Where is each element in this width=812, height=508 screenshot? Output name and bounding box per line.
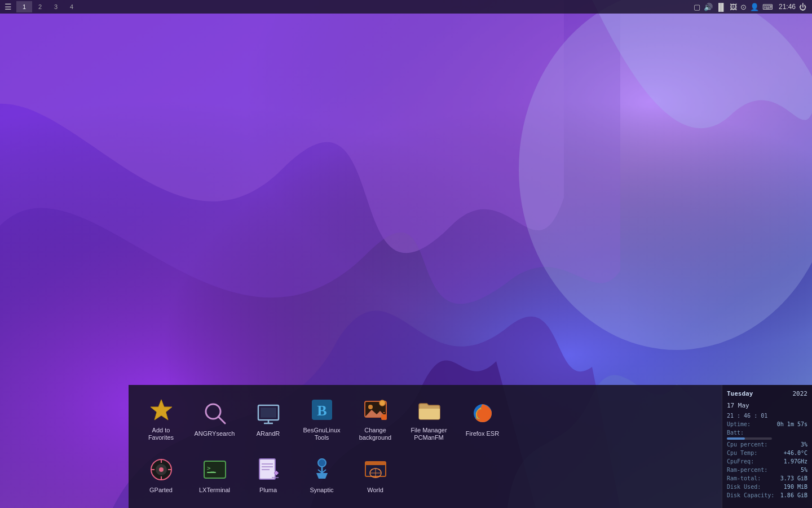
sysinfo-cpu-freq-row: CpuFreq: 1.97GHz xyxy=(727,457,807,466)
workspace-1[interactable]: 1 xyxy=(16,1,32,12)
sysinfo-cpu-temp-row: Cpu Temp: +46.0°C xyxy=(727,449,807,457)
app-pluma[interactable]: Pluma xyxy=(241,447,295,503)
app-icon-arandr xyxy=(255,400,282,427)
app-file-manager[interactable]: File ManagerPCManFM xyxy=(402,391,456,447)
sysinfo-cpu-freq-label: CpuFreq: xyxy=(727,457,754,466)
sysinfo-ram-total-label: Ram-total: xyxy=(727,474,761,483)
photo-icon[interactable]: 🖼 xyxy=(730,3,737,11)
svg-point-36 xyxy=(318,459,326,467)
workspace-buttons: 1 2 3 4 xyxy=(16,1,80,12)
app-icon-lxterminal: >_ xyxy=(201,456,228,483)
sysinfo-disk-used-label: Disk Used: xyxy=(727,483,761,491)
panel-right: ▢ 🔊 ▐▌ 🖼 ⊙ 👤 ⌨ 21:46 ⏻ xyxy=(694,3,812,11)
svg-line-7 xyxy=(218,417,225,423)
app-gparted[interactable]: GParted xyxy=(134,447,188,503)
sysinfo-uptime-label: Uptime: xyxy=(727,420,751,428)
record-icon[interactable]: ⊙ xyxy=(740,3,747,11)
app-label-world: World xyxy=(367,487,383,494)
panel-left: ☰ 1 2 3 4 xyxy=(0,1,80,12)
sysinfo-ram-percent-row: Ram-percent: 5% xyxy=(727,466,807,474)
sysinfo-cpu-temp-val: +46.0°C xyxy=(784,449,807,457)
taskbar: Add toFavorites ANGRYsearch xyxy=(129,385,812,508)
user-icon[interactable]: 👤 xyxy=(750,3,759,11)
keyboard-icon[interactable]: ⌨ xyxy=(762,3,773,11)
sysinfo-batt-bar xyxy=(727,437,745,440)
sysinfo-batt-row: Batt: xyxy=(727,428,807,437)
svg-text:>_: >_ xyxy=(207,465,215,472)
sysinfo-batt-bar-container xyxy=(727,437,772,440)
app-label-lxterminal: LXTerminal xyxy=(199,487,230,494)
workspace-4[interactable]: 4 xyxy=(64,1,80,12)
sysinfo-disk-used-row: Disk Used: 190 MiB xyxy=(727,483,807,491)
app-lxterminal[interactable]: >_ LXTerminal xyxy=(188,447,241,503)
sysinfo-disk-used-val: 190 MiB xyxy=(784,483,807,491)
app-arandr[interactable]: ARandR xyxy=(241,391,295,447)
clock: 21:46 xyxy=(779,3,796,11)
app-label-pluma: Pluma xyxy=(259,487,277,494)
svg-rect-38 xyxy=(365,462,386,465)
svg-rect-31 xyxy=(259,459,275,479)
sysinfo-uptime-row: Uptime: 0h 1m 57s xyxy=(727,420,807,428)
sysinfo-ram-total-row: Ram-total: 3.73 GiB xyxy=(727,474,807,483)
power-icon[interactable]: ⏻ xyxy=(799,3,806,11)
app-add-to-favorites[interactable]: Add toFavorites xyxy=(134,391,188,447)
app-icon-star xyxy=(148,396,175,423)
app-icon-gparted xyxy=(148,456,175,483)
sysinfo-cpu-temp-label: Cpu Temp: xyxy=(727,449,757,457)
app-angrysearch[interactable]: ANGRYsearch xyxy=(188,391,241,447)
app-icon-angrysearch xyxy=(201,400,228,427)
app-label-arandr: ARandR xyxy=(257,430,280,437)
workspace-3[interactable]: 3 xyxy=(48,1,64,12)
app-label-gparted: GParted xyxy=(149,487,173,494)
app-icon-firefox xyxy=(469,400,496,427)
app-synaptic[interactable]: Synaptic xyxy=(295,447,348,503)
menu-icon[interactable]: ☰ xyxy=(5,2,12,11)
sysinfo-cpu-freq-val: 1.97GHz xyxy=(784,457,807,466)
app-icon-pluma xyxy=(255,456,282,483)
app-icon-besgnulinux: B xyxy=(308,396,336,423)
sysinfo-time: 21 : 46 : 01 xyxy=(727,411,807,420)
sysinfo-disk-capacity-label: Disk Capacity: xyxy=(727,491,774,500)
app-icon-file-manager xyxy=(416,396,443,423)
sysinfo-cpu-percent-val: 3% xyxy=(801,440,807,449)
bars-icon[interactable]: ▐▌ xyxy=(716,3,726,11)
volume-icon[interactable]: 🔊 xyxy=(704,3,713,11)
app-icon-synaptic xyxy=(308,456,336,483)
sysinfo-cpu-percent-label: Cpu percent: xyxy=(727,440,767,449)
system-info-widget: Tuesday 2022 17 May 21 : 46 : 01 Uptime:… xyxy=(722,385,812,508)
sysinfo-batt-label: Batt: xyxy=(727,428,744,437)
sysinfo-header: Tuesday 2022 xyxy=(727,389,807,399)
svg-rect-30 xyxy=(207,472,216,473)
app-label-file-manager: File ManagerPCManFM xyxy=(411,427,447,441)
svg-text:B: B xyxy=(317,402,326,419)
sysinfo-disk-capacity-val: 1.86 GiB xyxy=(780,491,807,500)
sysinfo-ram-percent-label: Ram-percent: xyxy=(727,466,767,474)
sysinfo-uptime-val: 0h 1m 57s xyxy=(777,420,807,428)
app-label-change-background: Changebackground xyxy=(359,427,392,441)
svg-rect-11 xyxy=(261,408,276,418)
sysinfo-ram-percent-val: 5% xyxy=(801,466,807,474)
app-world[interactable]: World xyxy=(348,447,402,503)
svg-rect-18 xyxy=(381,414,387,420)
workspace-2[interactable]: 2 xyxy=(32,1,48,12)
sysinfo-ram-total-val: 3.73 GiB xyxy=(780,474,807,483)
sysinfo-cpu-percent-row: Cpu percent: 3% xyxy=(727,440,807,449)
app-change-background[interactable]: Changebackground xyxy=(348,391,402,447)
app-label-angrysearch: ANGRYsearch xyxy=(195,430,235,437)
window-icon[interactable]: ▢ xyxy=(694,3,700,11)
app-label-synaptic: Synaptic xyxy=(310,487,333,494)
app-icon-world xyxy=(362,456,389,483)
app-label-add-to-favorites: Add toFavorites xyxy=(148,427,174,441)
app-label-besgnulinux: BesGnuLinuxTools xyxy=(303,427,340,441)
app-grid: Add toFavorites ANGRYsearch xyxy=(129,385,722,508)
app-label-firefox: Firefox ESR xyxy=(466,430,499,437)
app-icon-change-background xyxy=(362,396,389,423)
top-panel: ☰ 1 2 3 4 ▢ 🔊 ▐▌ 🖼 ⊙ 👤 ⌨ 21:46 ⏻ xyxy=(0,0,812,14)
sysinfo-year: 2022 xyxy=(793,389,808,399)
svg-point-23 xyxy=(159,467,164,472)
svg-marker-5 xyxy=(151,400,172,420)
app-firefox[interactable]: Firefox ESR xyxy=(456,391,509,447)
svg-point-15 xyxy=(368,405,373,409)
sysinfo-day: Tuesday xyxy=(727,389,753,399)
app-besgnulinux-tools[interactable]: B BesGnuLinuxTools xyxy=(295,391,348,447)
